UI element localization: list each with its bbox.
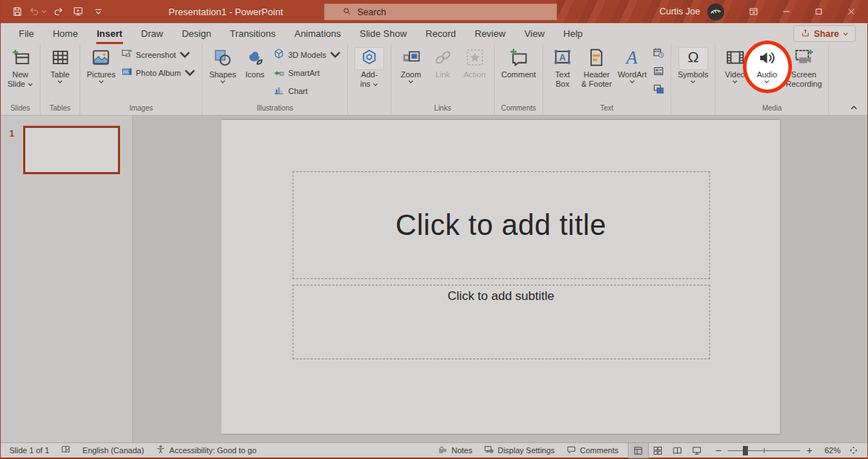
undo-button[interactable] bbox=[28, 3, 47, 20]
tab-animations[interactable]: Animations bbox=[285, 23, 350, 44]
tab-design[interactable]: Design bbox=[172, 23, 220, 44]
collapse-ribbon-button[interactable] bbox=[847, 103, 860, 113]
ribbon-group: ΩSymbols bbox=[671, 44, 715, 115]
ribbon-button-label: Zoom bbox=[401, 70, 421, 80]
ribbon-button-label: SmartArt bbox=[288, 69, 319, 77]
zoom-slider-thumb[interactable] bbox=[743, 446, 748, 455]
accessibility-button[interactable]: Accessibility: Good to go bbox=[156, 445, 256, 456]
ribbon-display-options-button[interactable] bbox=[737, 0, 770, 23]
ribbon-button-zoom[interactable]: Zoom bbox=[395, 44, 427, 84]
zoom-screens-icon bbox=[401, 47, 422, 71]
svg-text:A: A bbox=[559, 52, 566, 62]
maximize-button[interactable] bbox=[802, 0, 835, 23]
start-slideshow-button[interactable] bbox=[69, 3, 88, 20]
ribbon-group-tables: TableTables bbox=[41, 44, 80, 115]
tab-record[interactable]: Record bbox=[416, 23, 465, 44]
reading-view-button[interactable] bbox=[668, 443, 687, 458]
screen-recording-icon bbox=[793, 47, 814, 71]
ribbon-button-slide-number[interactable] bbox=[650, 64, 667, 81]
notes-icon bbox=[438, 445, 448, 456]
tab-home[interactable]: Home bbox=[43, 23, 88, 44]
slide-thumbnail[interactable] bbox=[23, 126, 120, 174]
language-button[interactable]: English (Canada) bbox=[82, 446, 144, 455]
tab-review[interactable]: Review bbox=[465, 23, 515, 44]
smartart-icon bbox=[273, 66, 285, 80]
link-icon bbox=[433, 47, 454, 71]
ribbon-button-add-ins[interactable]: Add-ins bbox=[352, 44, 387, 89]
slideshow-view-button[interactable] bbox=[687, 443, 707, 458]
slide-sorter-view-button[interactable] bbox=[648, 443, 668, 458]
user-name: Curtis Joe bbox=[660, 7, 700, 17]
tab-slide-show[interactable]: Slide Show bbox=[350, 23, 416, 44]
tab-file[interactable]: File bbox=[9, 23, 43, 44]
ribbon-group-label: Media bbox=[719, 103, 825, 115]
slide-canvas[interactable]: Click to add title Click to add subtitle bbox=[221, 120, 780, 434]
ribbon-button-link[interactable]: Link bbox=[427, 44, 459, 80]
ribbon-button-label: New bbox=[12, 70, 28, 80]
ribbon-button-wordart[interactable]: AWordArt bbox=[615, 44, 650, 84]
chevron-down-icon bbox=[373, 82, 378, 87]
search-input[interactable]: Search bbox=[324, 4, 557, 20]
customize-quick-access-button[interactable] bbox=[89, 3, 108, 20]
ribbon-small-column: 3D ModelsSmartArtChart bbox=[271, 44, 344, 99]
tab-help[interactable]: Help bbox=[554, 23, 592, 44]
minimize-button[interactable] bbox=[770, 0, 802, 23]
ribbon-group-links: ZoomLinkActionLinks bbox=[391, 44, 495, 115]
ribbon-button-date-time[interactable] bbox=[650, 46, 667, 63]
zoom-out-button[interactable]: − bbox=[714, 445, 723, 456]
zoom-slider[interactable] bbox=[728, 445, 800, 455]
comments-button[interactable]: Comments bbox=[566, 445, 618, 456]
ribbon-button-label: Action bbox=[464, 70, 486, 80]
spellcheck-button[interactable] bbox=[61, 445, 71, 456]
ribbon-button-label: Text bbox=[556, 70, 570, 80]
action-icon bbox=[464, 47, 485, 71]
tab-view[interactable]: View bbox=[515, 23, 554, 44]
close-button[interactable] bbox=[835, 0, 867, 23]
tab-transitions[interactable]: Transitions bbox=[221, 23, 285, 44]
redo-button[interactable] bbox=[48, 3, 67, 20]
ribbon-group-label bbox=[675, 103, 711, 115]
ribbon-button-label: Link bbox=[435, 70, 450, 80]
title-placeholder[interactable]: Click to add title bbox=[292, 171, 710, 279]
ribbon-button-label: WordArt bbox=[618, 70, 647, 80]
ribbon-button-smartart[interactable]: SmartArt bbox=[271, 64, 344, 81]
ribbon-button-chart[interactable]: Chart bbox=[271, 82, 344, 99]
ribbon-button-insert-object[interactable] bbox=[650, 82, 667, 99]
ribbon-button-icons[interactable]: Icons bbox=[239, 44, 271, 80]
spellcheck-icon bbox=[61, 445, 71, 456]
share-button[interactable]: Share bbox=[793, 25, 856, 42]
display-settings-button[interactable]: Display Settings bbox=[484, 445, 555, 456]
save-button[interactable] bbox=[8, 3, 27, 20]
fit-slide-button[interactable] bbox=[846, 443, 861, 458]
ribbon-button-label: Table bbox=[51, 70, 69, 80]
svg-text:Ω: Ω bbox=[687, 48, 698, 65]
ribbon-button-text-box[interactable]: ATextBox bbox=[547, 44, 579, 89]
ribbon-button-shapes[interactable]: Shapes bbox=[206, 44, 239, 84]
ribbon-group-comments: CommentComments bbox=[495, 44, 543, 115]
quick-access-toolbar bbox=[1, 3, 108, 20]
ribbon-button-audio[interactable]: Audio bbox=[751, 44, 783, 84]
zoom-level[interactable]: 62% bbox=[819, 446, 841, 455]
ribbon-button-photo-album[interactable]: Photo Album bbox=[119, 64, 198, 81]
ribbon-button-new-slide[interactable]: NewSlide bbox=[4, 44, 36, 89]
tab-draw[interactable]: Draw bbox=[132, 23, 172, 44]
chevron-down-icon bbox=[764, 80, 770, 84]
ribbon-button-pictures[interactable]: Pictures bbox=[84, 44, 119, 84]
chevron-down-icon bbox=[98, 80, 104, 84]
ribbon-button-label: Recording bbox=[786, 80, 822, 89]
ribbon-button-header-footer[interactable]: Header& Footer bbox=[579, 44, 615, 89]
subtitle-placeholder[interactable]: Click to add subtitle bbox=[292, 285, 710, 359]
ribbon-button-comment[interactable]: Comment bbox=[498, 44, 539, 80]
avatar[interactable] bbox=[707, 4, 724, 20]
zoom-in-button[interactable]: + bbox=[805, 445, 814, 456]
notes-button[interactable]: Notes bbox=[438, 445, 472, 456]
chevron-down-icon bbox=[220, 80, 226, 84]
chevron-down-icon bbox=[27, 82, 33, 87]
ribbon-button-3d-models[interactable]: 3D Models bbox=[271, 46, 344, 63]
ribbon-button-table[interactable]: Table bbox=[44, 44, 76, 84]
tab-insert[interactable]: Insert bbox=[88, 23, 132, 44]
ribbon-button-symbols[interactable]: ΩSymbols bbox=[675, 44, 711, 84]
ribbon-button-action[interactable]: Action bbox=[459, 44, 490, 80]
ribbon-button-screenshot[interactable]: Screenshot bbox=[119, 46, 198, 63]
normal-view-button[interactable] bbox=[629, 443, 648, 458]
